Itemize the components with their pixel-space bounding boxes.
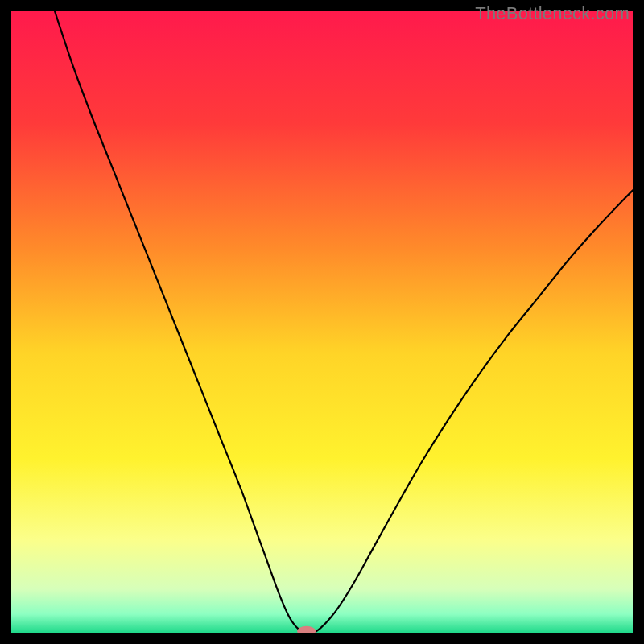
attribution-watermark: TheBottleneck.com: [475, 3, 630, 24]
bottleneck-chart: [11, 11, 633, 633]
gradient-background: [11, 11, 633, 633]
chart-frame: [11, 11, 633, 633]
